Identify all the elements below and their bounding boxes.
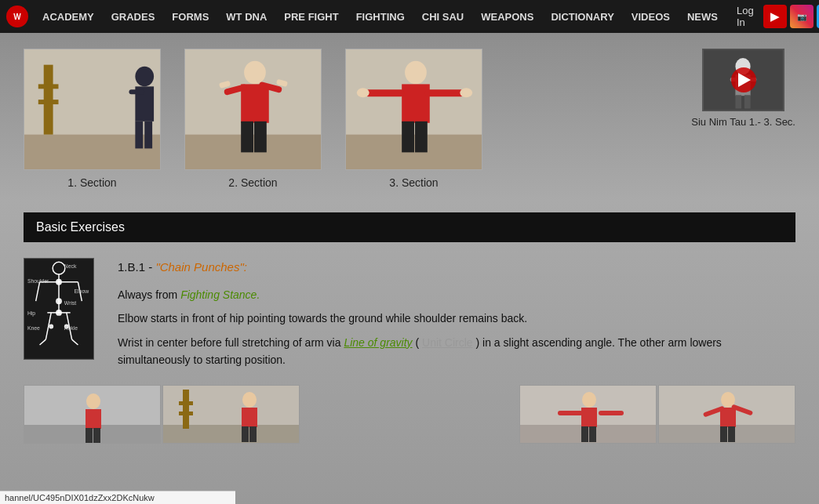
exercise-content: Neck Shoulder Elbow Wrist Hip Knee Ankle… (24, 258, 795, 369)
section-1-image (24, 49, 160, 170)
svg-text:Ankle: Ankle (64, 325, 78, 331)
play-triangle-icon (738, 73, 751, 87)
svg-rect-3 (38, 84, 59, 89)
exercises-section: Basic Exercises (24, 212, 795, 369)
svg-rect-80 (599, 411, 624, 415)
nav-item-weapons[interactable]: WEAPONS (473, 0, 541, 33)
exercise-para3: Wrist in center before full stretching o… (118, 334, 795, 369)
svg-rect-8 (135, 121, 143, 149)
unit-circle-link[interactable]: Unit Circle (422, 336, 473, 349)
sections-row: 1. Section (24, 49, 795, 189)
svg-point-27 (460, 88, 472, 97)
svg-rect-90 (728, 426, 735, 442)
site-logo[interactable]: W (6, 5, 28, 27)
svg-text:Shoulder: Shoulder (27, 278, 49, 284)
svg-point-62 (86, 393, 100, 409)
bottom-thumbnails-row (24, 385, 795, 444)
nav-item-pre-fight[interactable]: PRE FIGHT (276, 0, 346, 33)
svg-point-51 (49, 325, 53, 329)
svg-text:Knee: Knee (27, 325, 40, 331)
bottom-spacer (301, 385, 518, 444)
youtube-icon[interactable]: ▶ (763, 5, 787, 28)
section-3-thumbnail[interactable] (345, 49, 482, 170)
svg-rect-2 (44, 65, 53, 135)
twitter-icon[interactable]: 𝕏 (817, 5, 819, 28)
svg-rect-65 (93, 428, 100, 444)
instagram-icon[interactable]: 📷 (790, 5, 814, 28)
svg-text:Hip: Hip (27, 310, 35, 317)
svg-rect-82 (589, 426, 596, 442)
svg-rect-63 (86, 409, 101, 429)
nav-item-dictionary[interactable]: DICTIONARY (543, 0, 621, 33)
exercise-diagram: Neck Shoulder Elbow Wrist Hip Knee Ankle (24, 258, 93, 360)
video-thumbnail[interactable] (702, 49, 784, 111)
play-button[interactable] (731, 67, 756, 92)
svg-point-22 (405, 61, 427, 85)
exercise-title: 1.B.1 - "Chain Punches": (118, 258, 795, 277)
login-button[interactable]: Log In (729, 0, 762, 33)
svg-point-12 (244, 61, 266, 85)
section-2-image (185, 49, 321, 170)
svg-point-49 (56, 298, 62, 304)
svg-rect-28 (402, 121, 414, 153)
svg-point-77 (582, 392, 596, 408)
svg-rect-81 (581, 426, 588, 442)
svg-point-48 (56, 279, 62, 285)
section-1-label: 1. Section (67, 176, 116, 189)
svg-text:Elbow: Elbow (75, 288, 89, 294)
nav-item-fighting[interactable]: FIGHTING (348, 0, 413, 33)
exercise-name: "Chain Punches": (155, 260, 247, 274)
nav-item-grades[interactable]: GRADES (104, 0, 163, 33)
url-bar: hannel/UC495nDIX01dzZxx2DKcNukw (0, 491, 235, 504)
bottom-thumb-2[interactable] (162, 385, 300, 444)
svg-point-71 (242, 392, 257, 408)
main-content: 1. Section (0, 33, 819, 459)
nav-item-videos[interactable]: VIDEOS (624, 0, 678, 33)
bottom-thumb-4-image (659, 386, 795, 444)
svg-rect-68 (183, 390, 189, 429)
section-1-item: 1. Section (24, 49, 161, 189)
svg-rect-19 (254, 121, 267, 153)
bottom-thumb-1-image (24, 386, 161, 444)
section-3-label: 3. Section (389, 176, 438, 189)
exercise-thumbnail[interactable]: Neck Shoulder Elbow Wrist Hip Knee Ankle (24, 258, 94, 360)
svg-text:Neck: Neck (64, 263, 77, 269)
section-2-item: 2. Section (184, 49, 322, 189)
section-1-thumbnail[interactable] (24, 49, 161, 170)
svg-rect-64 (86, 428, 93, 444)
svg-rect-23 (402, 84, 430, 122)
line-of-gravity-link[interactable]: Line of gravity (344, 336, 412, 349)
svg-rect-78 (581, 408, 597, 427)
svg-rect-29 (415, 121, 428, 153)
bottom-thumb-2-image (163, 386, 300, 444)
svg-point-26 (357, 88, 369, 97)
section-2-thumbnail[interactable] (184, 49, 322, 170)
nav-item-news[interactable]: NEWS (679, 0, 726, 33)
svg-rect-25 (425, 89, 464, 96)
video-label: Siu Nim Tau 1.- 3. Sec. (691, 116, 795, 128)
svg-point-5 (135, 67, 154, 87)
fighting-stance-link[interactable]: Fighting Stance. (180, 288, 260, 301)
bottom-thumb-3[interactable] (519, 385, 657, 444)
exercise-id: 1.B.1 (118, 260, 145, 274)
nav-item-chi-sau[interactable]: CHI SAU (414, 0, 471, 33)
nav-item-academy[interactable]: ACADEMY (35, 0, 102, 33)
svg-rect-74 (249, 426, 257, 442)
svg-rect-89 (720, 426, 727, 442)
exercises-header: Basic Exercises (24, 212, 795, 242)
section-2-label: 2. Section (228, 176, 277, 189)
bottom-thumb-1[interactable] (24, 385, 161, 444)
bottom-thumb-4[interactable] (658, 385, 795, 444)
video-section: Siu Nim Tau 1.- 3. Sec. (691, 49, 795, 128)
bottom-thumb-3-image (520, 386, 657, 444)
nav-item-forms[interactable]: FORMS (164, 0, 217, 33)
exercise-para2: Elbow starts in front of hip pointing to… (118, 310, 795, 327)
svg-rect-9 (144, 121, 152, 149)
nav-item-wt-dna[interactable]: WT DNA (218, 0, 275, 33)
svg-rect-73 (242, 426, 249, 442)
section-3-item: 3. Section (345, 49, 482, 189)
svg-rect-4 (38, 100, 59, 104)
svg-rect-79 (558, 411, 583, 415)
svg-rect-72 (242, 408, 257, 427)
exercise-para1: Always from Fighting Stance. (118, 286, 795, 303)
